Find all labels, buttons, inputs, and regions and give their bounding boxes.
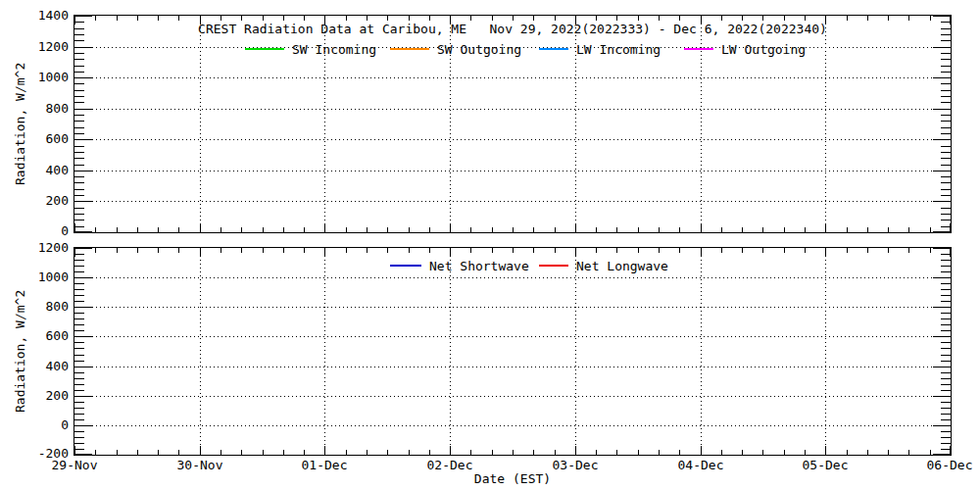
x-minor-tick — [137, 16, 138, 21]
x-minor-tick — [721, 248, 722, 253]
y-minor-tick — [941, 115, 951, 116]
y-minor-tick — [74, 34, 84, 35]
x-minor-tick — [679, 450, 680, 455]
x-minor-tick — [513, 16, 514, 21]
x-major-tick — [575, 446, 576, 455]
y-minor-tick — [74, 260, 84, 261]
y-tick-label: 200 — [24, 389, 69, 403]
x-minor-tick — [867, 450, 868, 455]
x-minor-tick — [513, 227, 514, 232]
y-major-tick — [933, 425, 951, 426]
x-major-tick — [701, 446, 702, 455]
y-minor-tick — [74, 324, 84, 325]
x-minor-tick — [784, 227, 785, 232]
x-minor-tick — [137, 227, 138, 232]
y-major-tick — [74, 16, 92, 17]
v-gridline — [200, 248, 201, 455]
h-gridline — [92, 201, 933, 202]
y-tick-label: 600 — [24, 132, 69, 146]
x-tick-label: 06-Dec — [918, 459, 980, 472]
x-minor-tick — [241, 450, 242, 455]
y-minor-tick — [74, 158, 84, 159]
x-minor-tick — [137, 248, 138, 253]
v-gridline — [701, 248, 702, 455]
x-tick-label: 02-Dec — [418, 459, 481, 472]
y-minor-tick — [74, 182, 84, 183]
y-minor-tick — [941, 90, 951, 91]
h-gridline — [92, 77, 933, 78]
x-minor-tick — [409, 227, 410, 232]
y-minor-tick — [941, 408, 951, 409]
y-minor-tick — [941, 220, 951, 220]
y-minor-tick — [941, 355, 951, 356]
y-major-tick — [933, 307, 951, 308]
x-minor-tick — [742, 227, 743, 232]
y-tick-label: 1000 — [24, 71, 69, 84]
y-minor-tick — [74, 189, 84, 190]
x-major-tick — [575, 16, 576, 24]
x-minor-tick — [805, 16, 806, 21]
x-minor-tick — [304, 248, 305, 253]
x-minor-tick — [742, 16, 743, 21]
v-gridline — [200, 16, 201, 232]
x-major-tick — [324, 16, 325, 24]
x-minor-tick — [178, 248, 179, 253]
x-minor-tick — [470, 16, 471, 21]
y-minor-tick — [74, 289, 84, 290]
x-minor-tick — [241, 227, 242, 232]
x-minor-tick — [117, 248, 118, 253]
x-minor-tick — [178, 16, 179, 21]
y-major-tick — [74, 425, 92, 426]
x-minor-tick — [742, 248, 743, 253]
x-minor-tick — [346, 248, 347, 253]
h-gridline — [92, 425, 933, 426]
y-minor-tick — [941, 313, 951, 314]
x-minor-tick — [930, 227, 931, 232]
x-minor-tick — [930, 16, 931, 21]
x-minor-tick — [304, 450, 305, 455]
panel-net-radiation: Net ShortwaveNet Longwave — [74, 247, 952, 456]
y-minor-tick — [74, 283, 84, 284]
y-minor-tick — [74, 372, 84, 373]
x-minor-tick — [470, 450, 471, 455]
x-major-tick — [450, 16, 451, 24]
y-minor-tick — [74, 408, 84, 409]
y-minor-tick — [941, 28, 951, 29]
y-minor-tick — [74, 214, 84, 215]
x-tick-label: 30-Nov — [169, 459, 231, 472]
x-minor-tick — [867, 248, 868, 253]
y-minor-tick — [74, 355, 84, 356]
y-minor-tick — [74, 437, 84, 438]
y-minor-tick — [74, 419, 84, 420]
y-minor-tick — [74, 318, 84, 319]
x-minor-tick — [283, 16, 284, 21]
y-minor-tick — [941, 53, 951, 54]
x-minor-tick — [659, 16, 660, 21]
y-minor-tick — [74, 83, 84, 84]
x-major-tick — [950, 16, 951, 24]
x-minor-tick — [659, 450, 660, 455]
y-minor-tick — [74, 127, 84, 128]
x-minor-tick — [762, 450, 763, 455]
x-minor-tick — [95, 450, 96, 455]
x-minor-tick — [762, 16, 763, 21]
v-gridline — [450, 248, 451, 455]
x-tick-label: 01-Dec — [293, 459, 356, 472]
y-minor-tick — [941, 59, 951, 60]
y-minor-tick — [941, 176, 951, 177]
h-gridline — [92, 367, 933, 368]
y-major-tick — [933, 171, 951, 172]
x-minor-tick — [555, 248, 556, 253]
y-major-tick — [74, 307, 92, 308]
y-tick-label: 1400 — [24, 9, 69, 23]
y-minor-tick — [941, 342, 951, 343]
y-minor-tick — [941, 289, 951, 290]
x-minor-tick — [346, 450, 347, 455]
y-minor-tick — [74, 28, 84, 29]
x-major-tick — [825, 446, 826, 455]
y-minor-tick — [74, 66, 84, 67]
y-minor-tick — [941, 146, 951, 147]
y-tick-label: 0 — [24, 418, 69, 432]
radiation-chart-figure: CREST Radiation Data at Caribou, ME Nov … — [0, 0, 980, 490]
y-minor-tick — [74, 254, 84, 255]
